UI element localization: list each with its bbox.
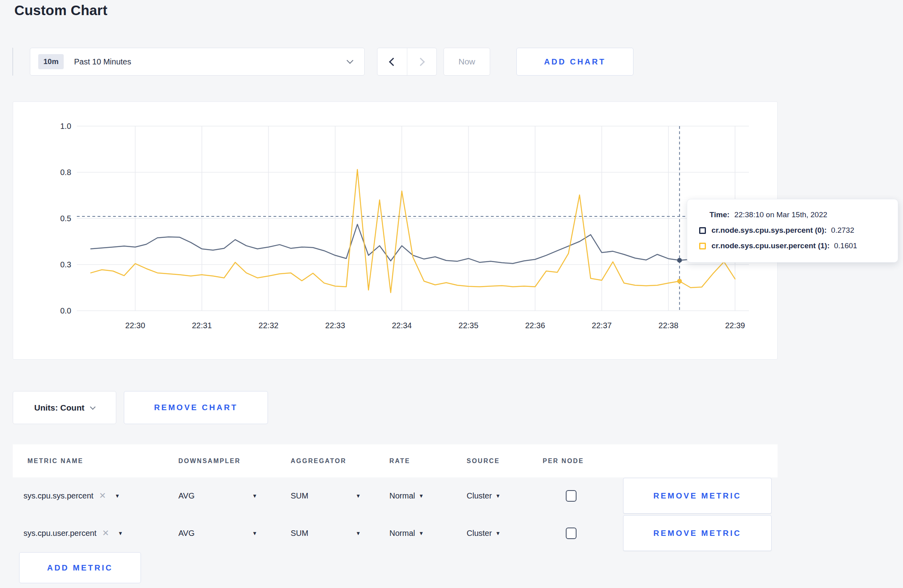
column-header: PER NODE [543, 458, 584, 465]
x-axis-tick-label: 22:31 [192, 321, 212, 330]
y-axis-tick-label: 0.5 [60, 214, 71, 223]
caret-down-icon: ▼ [118, 530, 123, 536]
aggregator-select[interactable]: SUM▼ [291, 529, 389, 538]
caret-down-icon: ▼ [252, 493, 257, 499]
cursor-point [677, 279, 682, 284]
chart-plot-area[interactable]: 0.00.30.50.81.022:3022:3122:3222:3322:34… [37, 118, 758, 333]
units-select[interactable]: Units: Count [13, 391, 116, 424]
metric-row: sys.cpu.user.percent✕▼AVG▼SUM▼Normal▼Clu… [13, 515, 778, 551]
tooltip-series-row: cr.node.sys.cpu.sys.percent (0):0.2732 [699, 226, 886, 235]
time-pager [377, 48, 437, 76]
metric-row: sys.cpu.sys.percent✕▼AVG▼SUM▼Normal▼Clus… [13, 477, 778, 514]
x-axis-tick-label: 22:36 [525, 321, 545, 330]
tooltip-time-label: Time: [710, 210, 729, 219]
x-axis-tick-label: 22:37 [592, 321, 612, 330]
downsampler-value: AVG [178, 529, 195, 538]
y-axis-tick-label: 1.0 [60, 122, 71, 130]
chevron-left-icon [389, 57, 397, 66]
chart-card: 0.00.30.50.81.022:3022:3122:3222:3322:34… [13, 101, 778, 360]
close-icon[interactable]: ✕ [99, 491, 106, 500]
previous-time-button[interactable] [377, 48, 407, 75]
column-header: AGGREGATOR [291, 458, 346, 465]
chart-tooltip: Time:22:38:10 on Mar 15th, 2022 cr.node.… [687, 199, 898, 263]
page-title: Custom Chart [14, 2, 108, 18]
rate-select[interactable]: Normal▼ [389, 529, 467, 538]
tooltip-time-value: 22:38:10 on Mar 15th, 2022 [734, 210, 827, 219]
aggregator-value: SUM [291, 491, 308, 500]
series-swatch-icon [699, 243, 706, 249]
chevron-down-icon [90, 404, 96, 409]
time-range-badge: 10m [38, 54, 64, 69]
source-select[interactable]: Cluster▼ [467, 529, 543, 538]
rate-select[interactable]: Normal▼ [389, 491, 467, 500]
add-chart-button[interactable]: ADD CHART [516, 48, 633, 76]
series-swatch-icon [699, 227, 706, 234]
tooltip-series-label: cr.node.sys.cpu.user.percent (1): [711, 241, 830, 250]
x-axis-tick-label: 22:39 [725, 321, 745, 330]
y-axis-tick-label: 0.3 [60, 260, 71, 269]
downsampler-select[interactable]: AVG▼ [155, 529, 291, 538]
source-value: Cluster [467, 491, 492, 500]
time-range-label: Past 10 Minutes [74, 57, 131, 66]
time-range-select[interactable]: 10m Past 10 Minutes [30, 48, 365, 76]
column-header: METRIC NAME [27, 458, 83, 465]
aggregator-value: SUM [291, 529, 308, 538]
tooltip-series-label: cr.node.sys.cpu.sys.percent (0): [711, 226, 827, 235]
metric-name-select[interactable]: sys.cpu.sys.percent✕▼ [23, 491, 155, 500]
metric-name-value: sys.cpu.user.percent [23, 529, 96, 538]
remove-metric-button[interactable]: REMOVE METRIC [623, 515, 772, 551]
close-icon[interactable]: ✕ [102, 528, 109, 538]
caret-down-icon: ▼ [495, 493, 500, 499]
x-axis-tick-label: 22:34 [392, 321, 412, 330]
x-axis-tick-label: 22:32 [258, 321, 278, 330]
downsampler-value: AVG [178, 491, 195, 500]
chevron-right-icon [416, 57, 425, 66]
tooltip-series-value: 0.2732 [831, 226, 854, 235]
y-axis-tick-label: 0.0 [60, 306, 71, 315]
caret-down-icon: ▼ [495, 530, 500, 536]
rate-value: Normal [389, 491, 415, 500]
tooltip-series-row: cr.node.sys.cpu.user.percent (1):0.1601 [699, 241, 886, 250]
metric-name-value: sys.cpu.sys.percent [23, 491, 94, 500]
caret-down-icon: ▼ [418, 530, 424, 536]
add-metric-button[interactable]: ADD METRIC [19, 552, 141, 583]
caret-down-icon: ▼ [115, 493, 120, 499]
x-axis-tick-label: 22:35 [459, 321, 479, 330]
caret-down-icon: ▼ [418, 493, 424, 499]
source-select[interactable]: Cluster▼ [467, 491, 543, 500]
per-node-checkbox[interactable] [566, 528, 577, 539]
column-header: DOWNSAMPLER [178, 458, 240, 465]
chevron-down-icon [347, 57, 354, 64]
units-label: Units: Count [34, 403, 84, 413]
next-time-button[interactable] [407, 48, 437, 75]
cursor-point [677, 258, 682, 263]
per-node-checkbox[interactable] [566, 490, 577, 502]
metric-name-select[interactable]: sys.cpu.user.percent✕▼ [23, 528, 155, 538]
rate-value: Normal [389, 529, 415, 538]
source-value: Cluster [467, 529, 492, 538]
x-axis-tick-label: 22:33 [325, 321, 345, 330]
caret-down-icon: ▼ [252, 530, 257, 536]
downsampler-select[interactable]: AVG▼ [155, 491, 291, 500]
caret-down-icon: ▼ [356, 530, 361, 536]
remove-metric-button[interactable]: REMOVE METRIC [623, 478, 772, 514]
aggregator-select[interactable]: SUM▼ [291, 491, 389, 500]
column-header: SOURCE [467, 458, 500, 465]
metrics-table-header: METRIC NAMEDOWNSAMPLERAGGREGATORRATESOUR… [13, 444, 778, 477]
series-line [91, 169, 735, 292]
toolbar-divider [12, 48, 13, 76]
x-axis-tick-label: 22:38 [659, 321, 678, 330]
column-header: RATE [389, 458, 410, 465]
tooltip-series-value: 0.1601 [834, 241, 857, 250]
x-axis-tick-label: 22:30 [125, 321, 145, 330]
now-button[interactable]: Now [444, 48, 490, 76]
tooltip-time-row: Time:22:38:10 on Mar 15th, 2022 [710, 210, 886, 219]
y-axis-tick-label: 0.8 [60, 168, 71, 177]
caret-down-icon: ▼ [356, 493, 361, 499]
remove-chart-button[interactable]: REMOVE CHART [124, 391, 268, 424]
